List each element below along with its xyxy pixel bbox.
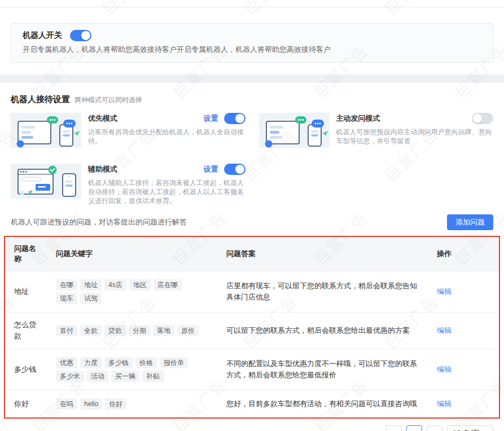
table-row: 地址在哪地址4s店地区店在哪现车试驾店里都有现车，可以留下您的联系方式，稍后会联…: [5, 271, 499, 313]
header-keywords: 问题关键字: [47, 237, 217, 271]
top-divider: [0, 0, 504, 7]
toggle-knob: [473, 114, 482, 123]
robot-switch-section: 机器人开关 开启专属机器人，机器人将帮助您高效接待客户开启专属机器人，机器人将帮…: [0, 7, 504, 74]
keyword-tag: 在吗: [56, 398, 77, 410]
action-cell: 编辑: [428, 390, 499, 418]
section-subtitle: 两种模式可以同时选择: [74, 95, 142, 105]
keyword-tag: 店在哪: [154, 279, 182, 291]
mode-settings-link[interactable]: 设置: [204, 164, 218, 174]
mode-card-assist: 辅助模式 设置 机器人辅助人工接待：若咨询未被人工接起，机器人自动接待；若咨询被…: [11, 164, 246, 205]
mode-name: 主动发问模式: [336, 113, 472, 124]
mode-name: 辅助模式: [88, 164, 204, 174]
question-name: 你好: [5, 390, 47, 418]
keyword-tag: 优惠: [56, 357, 77, 368]
mode-toggle[interactable]: [224, 113, 246, 124]
mode-description: 访客所有咨询会优先分配给机器人，机器人全自动接待。: [88, 127, 246, 146]
pagination: ‹ 1 › 10 条/页 ∨: [11, 425, 493, 431]
prev-page-button[interactable]: ‹: [386, 425, 402, 431]
edit-link[interactable]: 编辑: [437, 326, 452, 335]
keyword-tag: 贷款: [104, 325, 126, 336]
question-answer: 可以留下您的联系方式，稍后会联系您给出最优惠的方案: [217, 313, 428, 349]
keyword-tag: 试驾: [80, 293, 102, 304]
add-question-button[interactable]: 添加问题: [447, 214, 493, 230]
edit-link[interactable]: 编辑: [437, 365, 452, 373]
action-cell: 编辑: [428, 271, 499, 313]
table-row: 你好在吗hello你好您好，目前多款车型都有活动，有相关问题可以直接咨询哦编辑: [5, 390, 499, 418]
assist-illustration: [11, 164, 81, 199]
mode-card-proactive: 主动发问模式 机器人可按照预设内容主动询问用户意向品牌、意向车型等信息，并引导留…: [259, 113, 494, 148]
toggle-knob: [235, 165, 244, 174]
mode-settings-link[interactable]: 设置: [204, 113, 218, 124]
keyword-tag: 原价: [177, 325, 199, 336]
robot-switch-card: 机器人开关 开启专属机器人，机器人将帮助您高效接待客户开启专属机器人，机器人将帮…: [11, 23, 493, 63]
keyword-tag: 地区: [129, 279, 151, 291]
question-answer: 店里都有现车，可以留下您的联系方式，稍后会联系您告知具体门店信息: [217, 271, 428, 313]
question-keywords: 在哪地址4s店地区店在哪现车试驾: [47, 271, 217, 313]
keyword-tag: 地址: [80, 279, 102, 291]
keyword-tag: 多少钱: [104, 357, 133, 368]
edit-link[interactable]: 编辑: [437, 287, 452, 296]
question-keywords: 优惠力度多少钱价格报价单多少米活动买一辆补贴: [47, 349, 217, 390]
page-size-select[interactable]: 10 条/页 ∨: [447, 425, 493, 431]
question-keywords: 首付全款贷款分期落地原价: [47, 313, 217, 349]
keyword-tag: 在哪: [56, 279, 77, 291]
keyword-tag: 首付: [56, 325, 77, 336]
next-page-button[interactable]: ›: [427, 425, 442, 431]
robot-switch-description: 开启专属机器人，机器人将帮助您高效接待客户开启专属机器人，机器人将帮助您高效接待…: [23, 45, 481, 55]
table-header-row: 问题名称 问题关键字 问题答案 操作: [5, 237, 499, 271]
keyword-tag: 全款: [80, 325, 102, 336]
toggle-knob: [81, 31, 90, 40]
keyword-tag: 分期: [129, 325, 150, 336]
keyword-tag: 4s店: [104, 279, 126, 291]
toggle-knob: [235, 114, 244, 123]
mode-grid: 优先模式 设置 访客所有咨询会优先分配给机器人，机器人全自动接待。: [11, 113, 493, 205]
mode-description: 机器人辅助人工接待：若咨询未被人工接起，机器人自动接待；若咨询被人工接起，机器人…: [88, 178, 246, 205]
table-row: 怎么贷款首付全款贷款分期落地原价可以留下您的联系方式，稍后会联系您给出最优惠的方…: [5, 313, 499, 349]
mode-description: 机器人可按照预设内容主动询问用户意向品牌、意向车型等信息，并引导留资: [336, 127, 494, 146]
question-name: 地址: [5, 271, 47, 313]
robot-switch-toggle[interactable]: [70, 30, 91, 41]
section-divider: [0, 74, 504, 83]
question-answer: 您好，目前多款车型都有活动，有相关问题可以直接咨询哦: [217, 390, 428, 418]
keyword-tag: 报价单: [160, 357, 188, 368]
question-name: 多少钱: [5, 349, 47, 390]
robot-switch-title: 机器人开关: [23, 30, 62, 41]
qa-note: 机器人可跟进预设的问题，对访客提出的问题进行解答: [11, 217, 187, 227]
header-question-name: 问题名称: [5, 237, 47, 271]
current-page-button[interactable]: 1: [406, 425, 422, 431]
section-title: 机器人接待设置: [11, 94, 70, 105]
keyword-tag: hello: [80, 398, 102, 410]
mode-toggle[interactable]: [224, 164, 246, 175]
question-table-highlight: 问题名称 问题关键字 问题答案 操作 地址在哪地址4s店地区店在哪现车试驾店里都…: [4, 236, 500, 419]
action-cell: 编辑: [428, 349, 499, 390]
chat-illustration: [11, 113, 81, 148]
action-cell: 编辑: [428, 313, 499, 349]
reception-settings-section: 机器人接待设置 两种模式可以同时选择: [0, 83, 504, 431]
edit-link[interactable]: 编辑: [437, 399, 452, 408]
mode-name: 优先模式: [88, 113, 204, 124]
keyword-tag: 你好: [105, 398, 126, 410]
keyword-tag: 补贴: [142, 371, 164, 382]
keyword-tag: 落地: [153, 325, 174, 336]
chat-illustration: [259, 113, 330, 148]
keyword-tag: 价格: [135, 357, 157, 368]
keyword-tag: 多少米: [56, 371, 84, 382]
header-answer: 问题答案: [217, 237, 428, 271]
question-keywords: 在吗hello你好: [47, 390, 217, 418]
keyword-tag: 现车: [56, 293, 77, 304]
mode-card-priority: 优先模式 设置 访客所有咨询会优先分配给机器人，机器人全自动接待。: [11, 113, 246, 148]
keyword-tag: 力度: [80, 357, 102, 368]
question-table: 问题名称 问题关键字 问题答案 操作 地址在哪地址4s店地区店在哪现车试驾店里都…: [5, 237, 499, 417]
header-action: 操作: [428, 237, 499, 271]
question-answer: 不同的配置以及车型优惠力度不一样哦，可以留下您的联系方式，稍后会联系您给您最低报…: [217, 349, 428, 390]
question-name: 怎么贷款: [5, 313, 47, 349]
page-size-value: 10 条/页: [453, 428, 480, 431]
table-row: 多少钱优惠力度多少钱价格报价单多少米活动买一辆补贴不同的配置以及车型优惠力度不一…: [5, 349, 499, 390]
keyword-tag: 买一辆: [111, 371, 139, 382]
keyword-tag: 活动: [87, 371, 108, 382]
mode-toggle[interactable]: [472, 113, 493, 124]
